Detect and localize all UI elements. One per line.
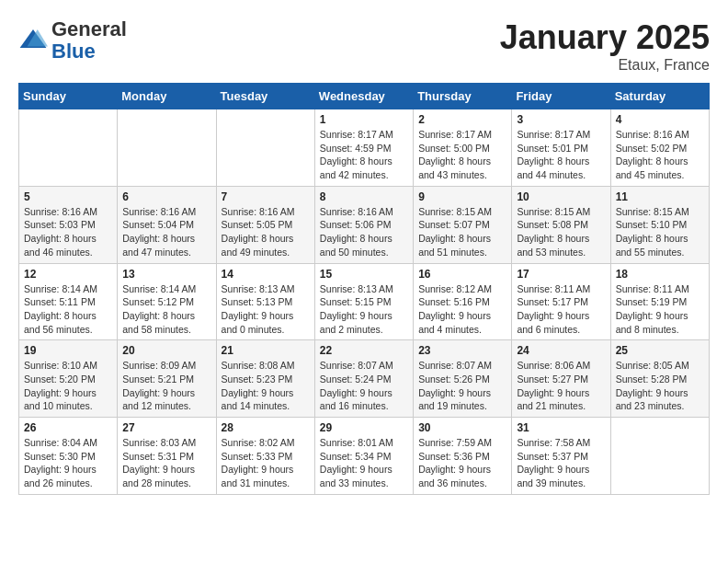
day-cell: 27Sunrise: 8:03 AM Sunset: 5:31 PM Dayli… xyxy=(118,418,216,495)
day-number: 14 xyxy=(222,268,310,281)
day-number: 10 xyxy=(517,190,605,203)
day-number: 21 xyxy=(222,344,310,357)
day-cell: 4Sunrise: 8:16 AM Sunset: 5:02 PM Daylig… xyxy=(610,109,709,187)
day-number: 25 xyxy=(616,344,704,357)
day-cell: 26Sunrise: 8:04 AM Sunset: 5:30 PM Dayli… xyxy=(19,418,118,495)
day-info: Sunrise: 8:13 AM Sunset: 5:15 PM Dayligh… xyxy=(320,282,408,337)
day-info: Sunrise: 8:09 AM Sunset: 5:21 PM Dayligh… xyxy=(122,359,210,413)
day-number: 9 xyxy=(418,190,506,203)
day-cell: 10Sunrise: 8:15 AM Sunset: 5:08 PM Dayli… xyxy=(512,186,610,263)
day-cell xyxy=(610,418,709,495)
day-cell: 13Sunrise: 8:14 AM Sunset: 5:12 PM Dayli… xyxy=(118,263,216,340)
day-cell: 14Sunrise: 8:13 AM Sunset: 5:13 PM Dayli… xyxy=(216,263,314,340)
day-cell: 15Sunrise: 8:13 AM Sunset: 5:15 PM Dayli… xyxy=(314,263,413,340)
day-info: Sunrise: 7:59 AM Sunset: 5:36 PM Dayligh… xyxy=(418,436,506,490)
day-number: 6 xyxy=(122,190,210,203)
day-number: 22 xyxy=(320,344,408,357)
day-info: Sunrise: 8:16 AM Sunset: 5:03 PM Dayligh… xyxy=(24,205,112,259)
day-number: 5 xyxy=(24,190,112,203)
day-number: 26 xyxy=(24,421,112,434)
day-number: 18 xyxy=(616,268,704,281)
weekday-header-monday: Monday xyxy=(118,84,216,109)
page-header: General Blue January 2025 Etaux, France xyxy=(18,18,710,74)
day-cell: 1Sunrise: 8:17 AM Sunset: 4:59 PM Daylig… xyxy=(314,109,413,187)
day-cell: 7Sunrise: 8:16 AM Sunset: 5:05 PM Daylig… xyxy=(216,186,314,263)
day-info: Sunrise: 8:15 AM Sunset: 5:08 PM Dayligh… xyxy=(517,205,605,259)
day-cell: 8Sunrise: 8:16 AM Sunset: 5:06 PM Daylig… xyxy=(314,186,413,263)
week-row-3: 12Sunrise: 8:14 AM Sunset: 5:11 PM Dayli… xyxy=(19,263,710,340)
day-number: 23 xyxy=(418,344,506,357)
logo-icon xyxy=(18,26,48,55)
day-number: 16 xyxy=(418,268,506,281)
day-cell xyxy=(216,109,314,187)
day-number: 31 xyxy=(517,421,605,434)
day-cell: 5Sunrise: 8:16 AM Sunset: 5:03 PM Daylig… xyxy=(19,186,118,263)
day-cell: 17Sunrise: 8:11 AM Sunset: 5:17 PM Dayli… xyxy=(512,263,610,340)
logo-general: General xyxy=(51,17,127,40)
day-number: 2 xyxy=(418,113,506,126)
day-info: Sunrise: 8:16 AM Sunset: 5:06 PM Dayligh… xyxy=(320,205,408,259)
day-cell: 25Sunrise: 8:05 AM Sunset: 5:28 PM Dayli… xyxy=(610,340,709,418)
day-info: Sunrise: 8:15 AM Sunset: 5:07 PM Dayligh… xyxy=(418,205,506,259)
day-number: 4 xyxy=(616,113,704,126)
day-cell: 22Sunrise: 8:07 AM Sunset: 5:24 PM Dayli… xyxy=(314,340,413,418)
day-info: Sunrise: 8:11 AM Sunset: 5:17 PM Dayligh… xyxy=(517,282,605,337)
weekday-header-sunday: Sunday xyxy=(19,84,118,109)
week-row-1: 1Sunrise: 8:17 AM Sunset: 4:59 PM Daylig… xyxy=(19,109,710,187)
day-cell: 23Sunrise: 8:07 AM Sunset: 5:26 PM Dayli… xyxy=(414,340,512,418)
day-info: Sunrise: 8:05 AM Sunset: 5:28 PM Dayligh… xyxy=(616,359,704,413)
weekday-header-row: SundayMondayTuesdayWednesdayThursdayFrid… xyxy=(19,84,710,109)
day-info: Sunrise: 8:04 AM Sunset: 5:30 PM Dayligh… xyxy=(24,436,112,490)
day-cell: 31Sunrise: 7:58 AM Sunset: 5:37 PM Dayli… xyxy=(512,418,610,495)
month-title: January 2025 xyxy=(500,18,710,57)
day-number: 27 xyxy=(122,421,210,434)
day-info: Sunrise: 8:07 AM Sunset: 5:24 PM Dayligh… xyxy=(320,359,408,413)
day-info: Sunrise: 8:14 AM Sunset: 5:12 PM Dayligh… xyxy=(122,282,210,337)
day-cell: 6Sunrise: 8:16 AM Sunset: 5:04 PM Daylig… xyxy=(118,186,216,263)
logo-blue: Blue xyxy=(51,40,96,63)
day-cell: 12Sunrise: 8:14 AM Sunset: 5:11 PM Dayli… xyxy=(19,263,118,340)
day-info: Sunrise: 8:17 AM Sunset: 5:00 PM Dayligh… xyxy=(418,128,506,182)
weekday-header-thursday: Thursday xyxy=(414,84,512,109)
day-number: 12 xyxy=(24,268,112,281)
logo: General Blue xyxy=(18,18,127,63)
day-number: 28 xyxy=(222,421,310,434)
day-info: Sunrise: 8:17 AM Sunset: 4:59 PM Dayligh… xyxy=(320,128,408,182)
day-number: 1 xyxy=(320,113,408,126)
day-cell: 19Sunrise: 8:10 AM Sunset: 5:20 PM Dayli… xyxy=(19,340,118,418)
day-number: 17 xyxy=(517,268,605,281)
day-info: Sunrise: 8:02 AM Sunset: 5:33 PM Dayligh… xyxy=(222,436,310,490)
day-info: Sunrise: 8:14 AM Sunset: 5:11 PM Dayligh… xyxy=(24,282,112,337)
day-info: Sunrise: 8:03 AM Sunset: 5:31 PM Dayligh… xyxy=(122,436,210,490)
weekday-header-saturday: Saturday xyxy=(610,84,709,109)
day-number: 15 xyxy=(320,268,408,281)
day-number: 19 xyxy=(24,344,112,357)
title-block: January 2025 Etaux, France xyxy=(500,18,710,74)
day-cell: 11Sunrise: 8:15 AM Sunset: 5:10 PM Dayli… xyxy=(610,186,709,263)
location: Etaux, France xyxy=(500,57,710,74)
day-cell: 20Sunrise: 8:09 AM Sunset: 5:21 PM Dayli… xyxy=(118,340,216,418)
day-cell: 3Sunrise: 8:17 AM Sunset: 5:01 PM Daylig… xyxy=(512,109,610,187)
day-cell xyxy=(118,109,216,187)
day-info: Sunrise: 8:12 AM Sunset: 5:16 PM Dayligh… xyxy=(418,282,506,337)
day-cell: 16Sunrise: 8:12 AM Sunset: 5:16 PM Dayli… xyxy=(414,263,512,340)
day-number: 30 xyxy=(418,421,506,434)
day-info: Sunrise: 8:01 AM Sunset: 5:34 PM Dayligh… xyxy=(320,436,408,490)
day-number: 11 xyxy=(616,190,704,203)
day-info: Sunrise: 8:06 AM Sunset: 5:27 PM Dayligh… xyxy=(517,359,605,413)
day-cell xyxy=(19,109,118,187)
weekday-header-tuesday: Tuesday xyxy=(216,84,314,109)
week-row-2: 5Sunrise: 8:16 AM Sunset: 5:03 PM Daylig… xyxy=(19,186,710,263)
day-info: Sunrise: 8:16 AM Sunset: 5:02 PM Dayligh… xyxy=(616,128,704,182)
day-cell: 30Sunrise: 7:59 AM Sunset: 5:36 PM Dayli… xyxy=(414,418,512,495)
day-info: Sunrise: 8:16 AM Sunset: 5:04 PM Dayligh… xyxy=(122,205,210,259)
day-info: Sunrise: 8:11 AM Sunset: 5:19 PM Dayligh… xyxy=(616,282,704,337)
day-cell: 2Sunrise: 8:17 AM Sunset: 5:00 PM Daylig… xyxy=(414,109,512,187)
day-cell: 28Sunrise: 8:02 AM Sunset: 5:33 PM Dayli… xyxy=(216,418,314,495)
day-info: Sunrise: 8:15 AM Sunset: 5:10 PM Dayligh… xyxy=(616,205,704,259)
day-number: 8 xyxy=(320,190,408,203)
day-info: Sunrise: 8:10 AM Sunset: 5:20 PM Dayligh… xyxy=(24,359,112,413)
day-cell: 29Sunrise: 8:01 AM Sunset: 5:34 PM Dayli… xyxy=(314,418,413,495)
day-cell: 21Sunrise: 8:08 AM Sunset: 5:23 PM Dayli… xyxy=(216,340,314,418)
week-row-5: 26Sunrise: 8:04 AM Sunset: 5:30 PM Dayli… xyxy=(19,418,710,495)
